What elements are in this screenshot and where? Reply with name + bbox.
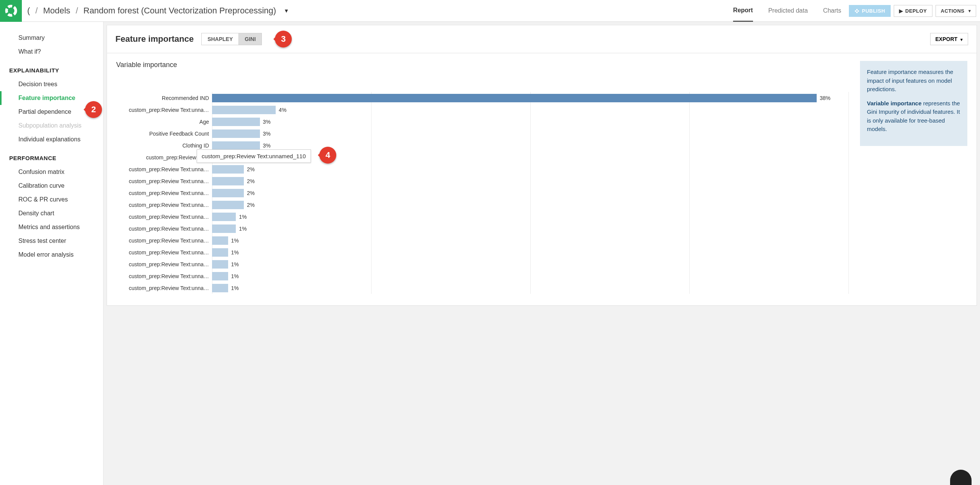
breadcrumb-dropdown[interactable]: ▼ xyxy=(281,8,291,14)
bar-value: 1% xyxy=(231,273,239,279)
chart-bar-row[interactable]: Recommended IND38% xyxy=(116,92,848,104)
sidebar-item: Subpopulation analysis xyxy=(0,119,103,133)
chart-bar-row[interactable]: custom_prep:Review Text:unna…1% xyxy=(116,211,848,223)
sidebar-item[interactable]: Decision trees xyxy=(0,77,103,91)
sidebar-item[interactable]: Individual explanations xyxy=(0,133,103,146)
bar-label: custom_prep:Review Text:unna… xyxy=(116,285,212,291)
bar-value: 4% xyxy=(279,107,286,113)
sidebar-item[interactable]: Metrics and assertions xyxy=(0,220,103,234)
toggle-gini[interactable]: GINI xyxy=(238,33,261,45)
chart-bar-row[interactable]: custom_prep:Review Text:unna…2% xyxy=(116,187,848,199)
bar-value: 1% xyxy=(239,226,247,232)
publish-button[interactable]: PUBLISH xyxy=(849,5,891,17)
bar-value: 3% xyxy=(263,143,271,149)
svg-rect-1 xyxy=(855,10,857,12)
bar-label: custom_prep:Review Text:unna… xyxy=(116,214,212,220)
chart-bar-row[interactable]: custom_prep:Review Text:unna…1% xyxy=(116,234,848,246)
bar-value: 3% xyxy=(263,131,271,137)
svg-point-0 xyxy=(7,6,16,15)
chart-bar-row[interactable]: custom_prep:Review Text:unna…1% xyxy=(116,282,848,294)
sidebar-item[interactable]: Calibration curve xyxy=(0,179,103,193)
sidebar-item[interactable]: ROC & PR curves xyxy=(0,193,103,206)
play-icon: ▶ xyxy=(899,8,903,14)
breadcrumb-models[interactable]: Models xyxy=(43,6,70,16)
bar-value: 1% xyxy=(239,214,247,220)
svg-rect-2 xyxy=(858,10,859,12)
chart-bar-row[interactable]: custom_prep:Review Text:unna…2% xyxy=(116,175,848,187)
actions-button[interactable]: ACTIONS xyxy=(936,5,977,17)
chart-bar-row[interactable]: Age3% xyxy=(116,116,848,128)
callout-4: 4 xyxy=(319,147,336,164)
variable-importance-chart: Recommended IND38%custom_prep:Review Tex… xyxy=(116,92,848,294)
bar xyxy=(212,236,228,245)
callout-2: 2 xyxy=(85,101,102,118)
bar-label: custom_prep:Review Text:unna… xyxy=(116,190,212,196)
bar-label: custom_prep:Review Text:unna… xyxy=(116,166,212,172)
svg-rect-3 xyxy=(856,9,858,11)
panel-title: Feature importance xyxy=(115,34,194,44)
bar xyxy=(212,201,244,209)
sidebar-item[interactable]: Confusion matrix xyxy=(0,165,103,179)
bar xyxy=(212,118,260,126)
method-toggle: SHAPLEY GINI xyxy=(201,33,262,45)
bar xyxy=(212,94,817,102)
tab-charts[interactable]: Charts xyxy=(823,0,841,21)
bar-value: 1% xyxy=(231,285,239,291)
svg-rect-4 xyxy=(856,12,858,13)
breadcrumb: ( / Models / Random forest (Count Vector… xyxy=(22,6,725,16)
info-box: Feature importance measures the impact o… xyxy=(860,61,967,146)
tab-predicted-data[interactable]: Predicted data xyxy=(768,0,808,21)
top-tabs: Report Predicted data Charts xyxy=(725,0,849,22)
bar xyxy=(212,260,228,269)
bar-label: custom_prep:Review Text:unna… xyxy=(116,273,212,279)
chart-bar-row[interactable]: custom_prep:Review Text:unna…2% xyxy=(116,163,848,175)
sidebar-item-whatif[interactable]: What if? xyxy=(0,45,103,59)
bar-value: 2% xyxy=(247,190,255,196)
bar-value: 1% xyxy=(231,238,239,244)
bar-value: 2% xyxy=(247,166,255,172)
bar xyxy=(212,141,260,150)
breadcrumb-root[interactable]: ( xyxy=(27,6,30,16)
logo-icon xyxy=(5,5,17,17)
bar-label: custom_prep:Review Text:unna… xyxy=(116,178,212,184)
bar-label: custom_prep:Review Text:unna… xyxy=(116,202,212,208)
tab-report[interactable]: Report xyxy=(733,0,753,22)
bar xyxy=(212,177,244,185)
bar-label: Age xyxy=(116,119,212,125)
bar-label: custom_prep:Review Text:unna… xyxy=(116,249,212,256)
bar xyxy=(212,248,228,257)
sidebar-item[interactable]: Model error analysis xyxy=(0,248,103,262)
chart-bar-row[interactable]: Positive Feedback Count3% xyxy=(116,128,848,139)
chart-title: Variable importance xyxy=(116,61,848,69)
sidebar-item-summary[interactable]: Summary xyxy=(0,31,103,45)
export-button[interactable]: EXPORT xyxy=(930,33,968,45)
bar xyxy=(212,272,228,280)
chart-bar-row[interactable]: custom_prep:Review Text:unna…1% xyxy=(116,246,848,258)
sidebar-item[interactable]: Density chart xyxy=(0,206,103,220)
toggle-shapley[interactable]: SHAPLEY xyxy=(202,33,238,45)
bar-label: Clothing ID xyxy=(116,143,212,149)
bar xyxy=(212,189,244,197)
sidebar-item[interactable]: Stress test center xyxy=(0,234,103,248)
sidebar: Summary What if? EXPLAINABILITY Decision… xyxy=(0,22,104,485)
deploy-button[interactable]: ▶ DEPLOY xyxy=(894,5,932,17)
bar xyxy=(212,284,228,292)
chart-bar-row[interactable]: custom_prep:Review Text:unna…4% xyxy=(116,104,848,116)
bar-value: 38% xyxy=(820,95,830,101)
chart-bar-row[interactable]: custom_prep:Review Text:unna…1% xyxy=(116,258,848,270)
breadcrumb-current[interactable]: Random forest (Count Vectorization Prepr… xyxy=(84,6,276,16)
chart-bar-row[interactable]: custom_prep:Review Text:unna…2% xyxy=(116,199,848,211)
bar xyxy=(212,165,244,174)
bar-label: Recommended IND xyxy=(116,95,212,101)
bar xyxy=(212,213,236,221)
bar-label: custom_prep:Review Text:unna… xyxy=(116,261,212,267)
chart-bar-row[interactable]: custom_prep:Review Text:unna…1% xyxy=(116,223,848,234)
bar xyxy=(212,106,276,114)
bar-value: 2% xyxy=(247,178,255,184)
app-logo[interactable] xyxy=(0,0,22,22)
bar xyxy=(212,129,260,138)
chart-bar-row[interactable]: custom_prep:Review Text:unna…1% xyxy=(116,270,848,282)
bar-value: 1% xyxy=(231,249,239,256)
sidebar-section-performance: PERFORMANCE xyxy=(0,146,103,165)
bar-label: custom_prep:Review Text:unna… xyxy=(116,226,212,232)
